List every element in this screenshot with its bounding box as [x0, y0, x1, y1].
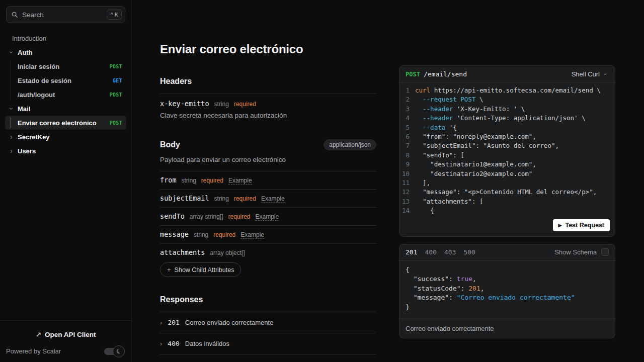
show-schema-checkbox[interactable] [601, 248, 609, 256]
method-badge: POST [110, 92, 122, 98]
field-line: sendToarray string[]requiredExample [160, 212, 376, 221]
line-number: 6 [399, 132, 415, 141]
method-badge: GET [113, 78, 122, 83]
token-pln: 'X-Key-Emitto: ' \ [453, 105, 525, 113]
sidebar-item-enviar-correo-electr-nico[interactable]: Enviar correo electrónicoPOST [5, 116, 126, 130]
sidebar-group-label: Auth [18, 49, 33, 56]
token-pln [415, 124, 423, 131]
field-line: x-key-emittostringrequired [160, 100, 376, 108]
code-language-select[interactable]: Shell Curl › [572, 70, 609, 78]
line-number: 4 [399, 114, 415, 123]
field-example-link[interactable]: Example [261, 195, 285, 203]
line-number: 3 [399, 105, 415, 114]
responses-list: ›201Correo enviado correctamente›400Dato… [160, 312, 376, 362]
field-example-link[interactable]: Example [228, 177, 252, 185]
response-tab-201[interactable]: 201 [406, 248, 417, 256]
sidebar-item-label: Iniciar sesión [18, 63, 59, 70]
token-flag: --request POST [423, 96, 475, 103]
request-code-block[interactable]: 1curl https://api-emitto.softecsa.com/em… [399, 82, 615, 217]
field-required-badge: required [213, 231, 235, 238]
sidebar-item-label: Enviar correo electrónico [18, 119, 97, 127]
code-line: 6 "from": "noreply@example.com", [399, 132, 615, 141]
token-pln: "success": [406, 275, 457, 283]
right-panel: POST /email/send Shell Curl › 1curl http… [399, 0, 615, 338]
token-pln: , [480, 285, 485, 292]
chevron-right-icon: › [8, 147, 15, 154]
code-line-content: --header 'Content-Type: application/json… [415, 114, 586, 123]
code-line: 11 ], [399, 178, 615, 188]
headers-section-title: Headers [160, 77, 376, 86]
field-name: subjectEmail [160, 194, 209, 202]
request-path-label: /email/send [424, 70, 467, 78]
sidebar-item-estado-de-sesi-n[interactable]: Estado de sesiónGET [5, 73, 126, 87]
sidebar-group-users[interactable]: ›Users [0, 144, 131, 158]
field-type: string [182, 177, 196, 184]
response-code: 400 [168, 340, 179, 347]
request-example-card: POST /email/send Shell Curl › 1curl http… [399, 65, 615, 237]
token-pln: "message": "<p>Contenido HTML del correo… [415, 188, 597, 196]
sidebar-item-iniciar-sesi-n[interactable]: Iniciar sesiónPOST [5, 59, 126, 73]
test-request-button[interactable]: ▶ Test Request [553, 219, 610, 231]
response-row-403[interactable]: ›403No se encontró o es inválido el head… [160, 354, 376, 362]
response-json-block[interactable]: { "success": true, "statusCode": 201, "m… [399, 261, 615, 319]
sidebar-group-auth[interactable]: ›Auth [0, 45, 131, 59]
line-number: 8 [399, 151, 415, 160]
sidebar-group-label: Users [18, 147, 36, 155]
code-line: 9 "destinatario1@example.com", [399, 160, 615, 169]
token-pln [415, 105, 423, 113]
powered-by-scalar-link[interactable]: Powered by Scalar [6, 347, 61, 355]
field-type: array string[] [190, 213, 223, 220]
response-tab-500[interactable]: 500 [463, 248, 475, 256]
dark-mode-toggle[interactable]: ☾ [104, 348, 121, 355]
show-child-attributes-button[interactable]: + Show Child Attributes [160, 262, 241, 277]
response-tab-403[interactable]: 403 [444, 248, 456, 256]
code-line: 1curl https://api-emitto.softecsa.com/em… [399, 86, 615, 95]
field-example-link[interactable]: Example [256, 213, 279, 221]
code-line-content: "destinatario2@example.com" [415, 169, 532, 178]
code-line-content: "success": true, [406, 275, 476, 284]
sidebar-group-secretkey[interactable]: ›SecretKey [0, 130, 131, 144]
chevron-right-icon: › [160, 319, 162, 326]
field-example-link[interactable]: Example [240, 231, 264, 239]
sidebar-item-auth-logout[interactable]: /auth/logoutPOST [5, 87, 126, 102]
field-type: string [194, 231, 208, 238]
token-pln: \ [475, 96, 483, 103]
line-number: 12 [399, 188, 415, 197]
line-number: 13 [399, 197, 415, 206]
sidebar-item-introduction[interactable]: Introduction [0, 31, 131, 45]
code-line: 5 --data '{ [399, 123, 615, 132]
search-input[interactable]: Search ^ K [6, 6, 125, 23]
field-type: string [214, 195, 229, 202]
code-line-content: "sendTo": [ [415, 151, 464, 160]
response-row-201[interactable]: ›201Correo enviado correctamente [160, 312, 376, 333]
token-pln: "subjectEmail": "Asunto del correo", [415, 142, 559, 149]
page-title: Enviar correo electrónico [160, 42, 376, 56]
sidebar-group-mail[interactable]: ›Mail [0, 102, 131, 116]
response-description: Correo enviado correctamente [185, 319, 274, 326]
token-pln: https://api-emitto.softecsa.com/email/se… [430, 86, 601, 94]
open-api-client-label: Open API Client [45, 331, 96, 338]
token-bool: true [457, 275, 472, 283]
chevron-down-icon: › [8, 106, 15, 112]
code-line-content: "attachments": [ [415, 197, 483, 206]
token-pln: "sendTo": [ [415, 151, 464, 159]
field-required-badge: required [228, 213, 250, 220]
line-number: 5 [399, 123, 415, 132]
field-name: message [160, 230, 189, 238]
field-row-message: messagestringrequiredExample [160, 225, 376, 243]
open-api-client-button[interactable]: ↗ Open API Client [6, 326, 125, 343]
field-required-badge: required [201, 177, 223, 184]
code-line: 4 --header 'Content-Type: application/js… [399, 114, 615, 123]
token-pln: "destinatario1@example.com", [415, 160, 536, 168]
field-type: string [214, 101, 229, 108]
line-number: 14 [399, 206, 415, 215]
chevron-right-icon: › [160, 340, 162, 347]
code-line-content: ], [415, 178, 430, 188]
token-pln: "from": "noreply@example.com", [415, 133, 536, 140]
main-content: Enviar correo electrónico Headers x-key-… [160, 0, 376, 362]
response-tab-400[interactable]: 400 [425, 248, 436, 256]
response-row-400[interactable]: ›400Datos inválidos [160, 333, 376, 354]
code-line-content: --header 'X-Key-Emitto: ' \ [415, 105, 525, 114]
field-description: Clave secreta necesaria para autorizació… [160, 112, 376, 119]
request-card-header: POST /email/send Shell Curl › [399, 66, 615, 82]
